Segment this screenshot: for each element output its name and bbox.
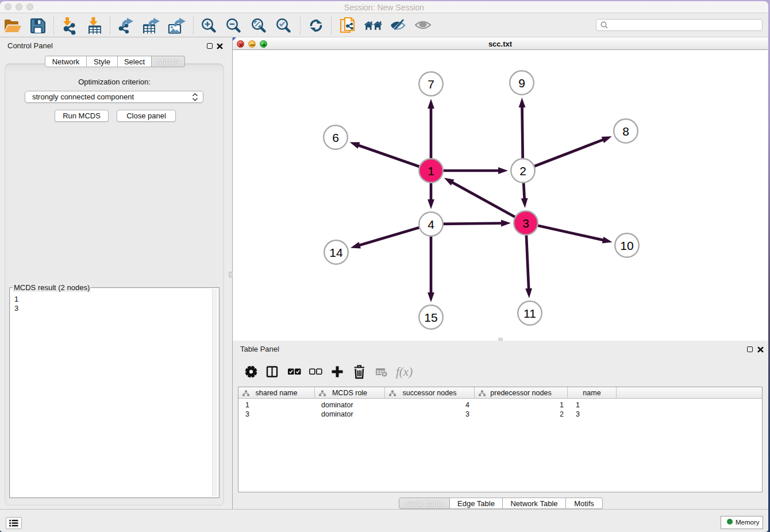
svg-text:4: 4 xyxy=(428,218,434,231)
svg-text:9: 9 xyxy=(518,76,525,90)
svg-text:8: 8 xyxy=(622,125,629,138)
svg-text:14: 14 xyxy=(329,246,343,259)
svg-text:2: 2 xyxy=(519,164,526,178)
svg-text:3: 3 xyxy=(522,217,529,230)
svg-text:1: 1 xyxy=(428,164,434,178)
svg-text:6: 6 xyxy=(332,131,339,144)
svg-text:11: 11 xyxy=(523,307,536,320)
svg-text:7: 7 xyxy=(428,78,434,91)
svg-text:f(x): f(x) xyxy=(396,365,413,379)
svg-text:10: 10 xyxy=(620,239,633,252)
svg-text:15: 15 xyxy=(424,311,437,324)
